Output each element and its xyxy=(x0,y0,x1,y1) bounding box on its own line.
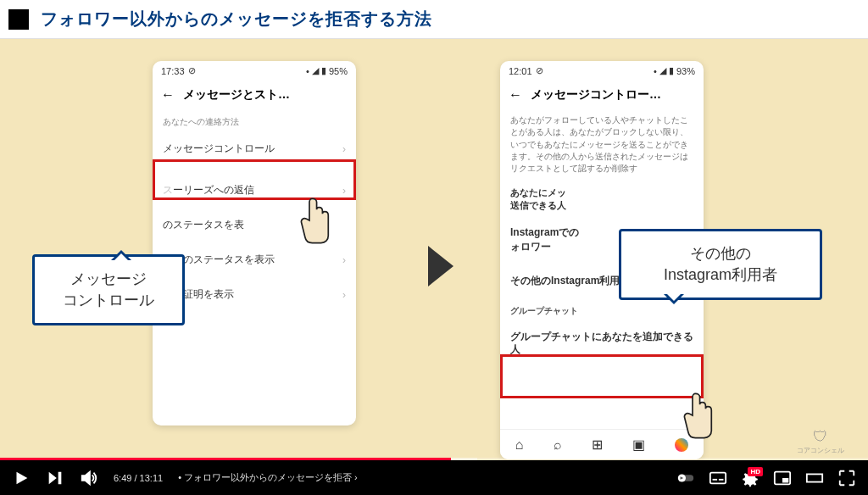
back-arrow-icon[interactable]: ← xyxy=(161,87,175,103)
callout-other-users: その他の Instagram利用者 xyxy=(619,229,822,300)
fullscreen-button[interactable] xyxy=(837,469,856,487)
svg-rect-3 xyxy=(713,478,718,480)
theater-button[interactable] xyxy=(805,469,824,487)
battery-icon: ▮ xyxy=(321,65,326,76)
item-message-control[interactable]: メッセージコントロール › xyxy=(153,131,356,166)
battery-icon: ▮ xyxy=(669,65,674,76)
battery-text: 93% xyxy=(676,66,695,76)
battery-text: 95% xyxy=(329,66,348,76)
time-display: 6:49 / 13:11 xyxy=(114,473,163,483)
signal-icon: ◢ xyxy=(312,65,319,76)
svg-rect-4 xyxy=(719,478,724,480)
search-icon[interactable]: ⌕ xyxy=(554,437,562,453)
chevron-right-icon: › xyxy=(342,185,346,197)
player-controls: 6:49 / 13:11 • フォロワー以外からのメッセージを拒否 › HD xyxy=(0,460,868,495)
section-label: あなたへの連絡方法 xyxy=(153,109,356,131)
do-not-disturb-icon: ⊘ xyxy=(188,65,196,76)
chevron-right-icon: › xyxy=(342,289,346,301)
section-label: あなたにメッ送信できる人 xyxy=(500,180,704,215)
signal-icon: ◢ xyxy=(659,65,666,76)
captions-button[interactable] xyxy=(709,469,727,487)
dots-icon: • xyxy=(654,66,657,76)
play-button[interactable] xyxy=(12,469,31,487)
status-time: 17:33 xyxy=(161,66,185,76)
settings-button[interactable]: HD xyxy=(741,469,760,487)
watermark: 🛡 コアコンシェル xyxy=(797,428,844,455)
title-bullet xyxy=(8,9,29,30)
arrow-right-icon xyxy=(428,246,453,286)
instagram-nav-bar: ⌂ ⌕ ⊞ ▣ xyxy=(500,429,704,459)
pointing-hand-icon xyxy=(295,195,334,246)
chevron-right-icon: › xyxy=(342,254,346,266)
volume-button[interactable] xyxy=(80,469,98,487)
next-button[interactable] xyxy=(46,469,64,487)
dots-icon: • xyxy=(306,66,309,76)
status-time: 12:01 xyxy=(509,66,532,76)
phone-header: ← メッセージコントロー… xyxy=(500,81,704,109)
svg-rect-2 xyxy=(710,472,726,483)
back-arrow-icon[interactable]: ← xyxy=(509,87,522,103)
miniplayer-button[interactable] xyxy=(773,469,792,487)
home-icon[interactable]: ⌂ xyxy=(515,437,524,453)
phone-description: あなたがフォローしている人やチャットしたことがある人は、あなたがブロックしない限… xyxy=(500,109,704,180)
autoplay-toggle[interactable] xyxy=(676,469,695,487)
slide-title: フォロワー以外からのメッセージを拒否する方法 xyxy=(41,8,432,31)
chevron-right-icon: › xyxy=(342,143,346,155)
watermark-label: コアコンシェル xyxy=(797,446,844,455)
callout-message-control: メッセージ コントロール xyxy=(32,254,185,325)
status-bar: 12:01 ⊘ • ◢ ▮ 93% xyxy=(500,61,704,81)
svg-rect-7 xyxy=(807,474,822,481)
do-not-disturb-icon: ⊘ xyxy=(536,65,543,76)
status-bar: 17:33 ⊘ • ◢ ▮ 95% xyxy=(153,61,356,81)
video-slide-area: フォロワー以外からのメッセージを拒否する方法 17:33 ⊘ • ◢ ▮ 95%… xyxy=(0,0,868,460)
slide-title-bar: フォロワー以外からのメッセージを拒否する方法 xyxy=(0,0,868,39)
item-group-add[interactable]: グループチャットにあなたを追加できる人 xyxy=(500,320,704,367)
chapter-title[interactable]: • フォロワー以外からのメッセージを拒否 › xyxy=(178,471,358,484)
hd-badge: HD xyxy=(748,467,763,476)
svg-rect-6 xyxy=(782,478,788,483)
add-post-icon[interactable]: ⊞ xyxy=(592,437,603,453)
phone-header-title: メッセージコントロー… xyxy=(531,87,661,103)
watermark-icon: 🛡 xyxy=(797,428,844,446)
phone-header: ← メッセージとスト… xyxy=(153,81,356,109)
pointing-hand-icon xyxy=(678,390,717,441)
reels-icon[interactable]: ▣ xyxy=(632,437,645,453)
phone-header-title: メッセージとスト… xyxy=(183,87,290,103)
